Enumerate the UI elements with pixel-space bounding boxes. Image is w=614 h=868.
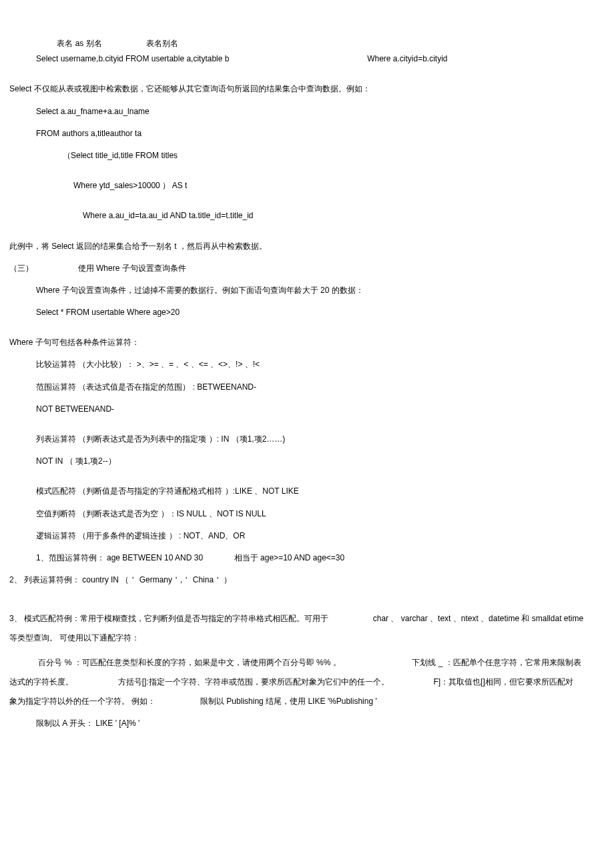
text: F]：其取值也[]相同，但它要求所匹配对 (433, 677, 573, 687)
paragraph: 百分号 % ：可匹配任意类型和长度的字符，如果是中文，请使用两个百分号即 %% … (9, 653, 605, 711)
text-line: NOT BETWEENAND- (9, 403, 605, 416)
text: Where a.cityid=b.cityid (367, 54, 447, 63)
text-line: 1、范围运算符例： age BETWEEN 10 AND 30 相当于 age>… (9, 552, 605, 564)
paragraph: 3、 模式匹配符例：常用于模糊查找，它判断列值是否与指定的字符串格式相匹配。可用… (9, 609, 605, 648)
text: Select 不仅能从表或视图中检索数据，它还能够从其它查询语句所返回的结果集合… (9, 84, 370, 93)
text: 限制以 A 开头： LIKE ' [A]% ' (36, 719, 139, 728)
text: 列表运算符 （判断表达式是否为列表中的指定项 ）: IN （项1,项2……) (36, 434, 285, 444)
text: Where a.au_id=ta.au_id AND ta.title_id=t… (83, 211, 254, 220)
text-line: 逻辑运算符 （用于多条件的逻辑连接 ） : NOT、AND、OR (9, 530, 605, 542)
text: 此例中，将 Select 返回的结果集合给予一别名 t ，然后再从中检索数据。 (9, 242, 267, 251)
text: Where 子句设置查询条件，过滤掉不需要的数据行。例如下面语句查询年龄大于 2… (36, 286, 364, 295)
text: Select username,b.cityid FROM usertable … (36, 54, 229, 63)
text-line: 范围运算符 （表达式值是否在指定的范围） : BETWEENAND- (9, 381, 605, 394)
text-line: Select a.au_fname+a.au_lname (9, 105, 605, 118)
text: 范围运算符 （表达式值是否在指定的范围） : BETWEENAND- (36, 382, 256, 392)
text-line: Select * FROM usertable Where age>20 (9, 306, 605, 319)
text-line: （三） 使用 Where 子句设置查询条件 (9, 262, 605, 275)
text: 百分号 % ：可匹配任意类型和长度的字符，如果是中文，请使用两个百分号即 %% … (38, 658, 340, 667)
text-line: Where ytd_sales>10000 ） AS t (9, 179, 605, 192)
text-line: 比较运算符 （大小比较）： >、>= 、= 、< 、<= 、<>、!> 、!< (9, 358, 605, 371)
text: 1、范围运算符例： age BETWEEN 10 AND 30 (36, 553, 203, 562)
text: 下划线 _ ：匹配单个任意字符，它常用来限制表 (412, 658, 581, 667)
text-line: （Select title_id,title FROM titles (9, 149, 605, 162)
text: 模式匹配符 （判断值是否与指定的字符通配格式相符 ）:LIKE 、NOT LIK… (36, 486, 299, 496)
text-line: Select 不仅能从表或视图中检索数据，它还能够从其它查询语句所返回的结果集合… (9, 83, 605, 95)
text: 2、 列表运算符例： country IN （＇ Germany＇,＇ Chin… (9, 575, 232, 584)
text: 表名 as 别名 (57, 39, 101, 48)
text-line: 表名 as 别名 表名别名 (9, 37, 605, 50)
text: 比较运算符 （大小比较）： >、>= 、= 、< 、<= 、<>、!> 、!< (36, 360, 260, 369)
text-line: 此例中，将 Select 返回的结果集合给予一别名 t ，然后再从中检索数据。 (9, 240, 605, 253)
text-line: Select username,b.cityid FROM usertable … (9, 53, 605, 65)
text: FROM authors a,titleauthor ta (36, 129, 141, 138)
text-line: FROM authors a,titleauthor ta (9, 127, 605, 140)
text: char 、 varchar 、text 、ntext 、datetime 和 … (373, 614, 583, 623)
text: 相当于 age>=10 AND age<=30 (234, 553, 344, 562)
text: 逻辑运算符 （用于多条件的逻辑连接 ） : NOT、AND、OR (36, 531, 245, 540)
text: Select a.au_fname+a.au_lname (36, 107, 149, 116)
text: 象为指定字符以外的任一个字符。 例如： (9, 697, 156, 706)
text: 空值判断符 （判断表达式是否为空 ）：IS NULL 、NOT IS NULL (36, 509, 266, 518)
text-line: 限制以 A 开头： LIKE ' [A]% ' (9, 717, 605, 730)
text: Where ytd_sales>10000 ） AS t (73, 181, 187, 190)
text: NOT IN （ 项1,项2--） (36, 456, 116, 466)
text-line: NOT IN （ 项1,项2--） (9, 455, 605, 468)
text-line: 2、 列表运算符例： country IN （＇ Germany＇,＇ Chin… (9, 574, 605, 586)
text: 表名别名 (146, 39, 178, 48)
text: 方括号[]:指定一个字符、字符串或范围，要求所匹配对象为它们中的任一个。 (118, 677, 389, 687)
text: NOT BETWEENAND- (36, 404, 114, 414)
text: 限制以 Publishing 结尾，使用 LIKE '%Publishing ' (200, 697, 377, 706)
text-line: 模式匹配符 （判断值是否与指定的字符通配格式相符 ）:LIKE 、NOT LIK… (9, 485, 605, 498)
text-line: 空值判断符 （判断表达式是否为空 ）：IS NULL 、NOT IS NULL (9, 508, 605, 520)
text: （Select title_id,title FROM titles (63, 151, 178, 160)
text: Select * FROM usertable Where age>20 (36, 308, 180, 317)
text-line: Where 子句可包括各种条件运算符： (9, 336, 605, 349)
text: （三） (9, 264, 33, 273)
text-line: Where 子句设置查询条件，过滤掉不需要的数据行。例如下面语句查询年龄大于 2… (9, 284, 605, 297)
text: 达式的字符长度。 (9, 677, 73, 687)
text: 等类型查询。 可使用以下通配字符： (9, 633, 139, 642)
text-line: Where a.au_id=ta.au_id AND ta.title_id=t… (9, 209, 605, 222)
text-line: 列表运算符 （判断表达式是否为列表中的指定项 ）: IN （项1,项2……) (9, 433, 605, 446)
text: 3、 模式匹配符例：常用于模糊查找，它判断列值是否与指定的字符串格式相匹配。可用… (9, 614, 328, 623)
text: Where 子句可包括各种条件运算符： (9, 338, 139, 347)
text: 使用 Where 子句设置查询条件 (78, 264, 186, 273)
